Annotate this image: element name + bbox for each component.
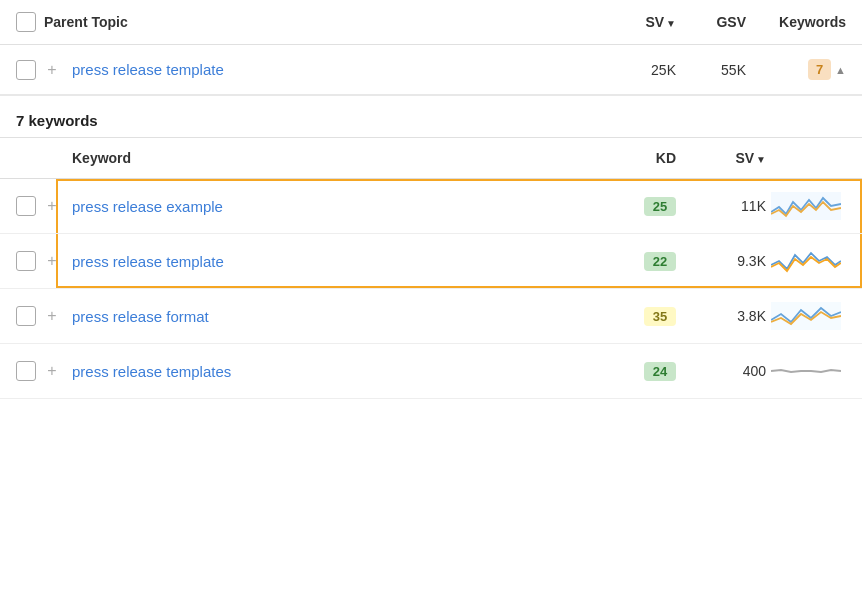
kw-link-container: press release template — [72, 253, 616, 270]
section-label: 7 keywords — [0, 96, 862, 138]
parent-row-checkbox[interactable] — [16, 60, 36, 80]
kw-kd-value: 22 — [616, 252, 676, 271]
parent-topic-row: + press release template 25K 55K 7 ▲ — [0, 45, 862, 96]
row-left-controls: + — [16, 60, 72, 80]
keywords-subheader: Keyword KD SV▼ — [0, 138, 862, 179]
parent-row-keywords-badge: 7 ▲ — [746, 59, 846, 80]
parent-topic-link[interactable]: press release template — [72, 61, 596, 78]
parent-row-gsv: 55K — [676, 62, 746, 78]
sv-sort-arrow[interactable]: ▼ — [666, 18, 676, 29]
keyword-row: + press release format 35 3.8K — [0, 289, 862, 344]
kw-trend-chart — [766, 357, 846, 385]
keyword-row: + press release example 25 11K — [0, 179, 862, 234]
kw-row-left: + — [16, 251, 72, 271]
kw-checkbox[interactable] — [16, 196, 36, 216]
kw-trend-chart — [766, 302, 846, 330]
kd-badge: 22 — [644, 252, 676, 271]
kd-badge: 35 — [644, 307, 676, 326]
kw-plus-icon[interactable]: + — [44, 362, 60, 380]
kw-sv-sort-arrow[interactable]: ▼ — [756, 154, 766, 165]
kw-sv-value: 9.3K — [676, 253, 766, 269]
kw-kd-value: 25 — [616, 197, 676, 216]
main-table: Parent Topic SV▼ GSV Keywords + press re… — [0, 0, 862, 399]
keyword-row: + press release templates 24 400 — [0, 344, 862, 399]
kw-sv-value: 400 — [676, 363, 766, 379]
select-all-checkbox[interactable] — [16, 12, 36, 32]
kw-sv-value: 3.8K — [676, 308, 766, 324]
svg-rect-1 — [771, 302, 841, 330]
kw-checkbox[interactable] — [16, 306, 36, 326]
table-header: Parent Topic SV▼ GSV Keywords — [0, 0, 862, 45]
keyword-link[interactable]: press release format — [72, 308, 209, 325]
kw-kd-value: 35 — [616, 307, 676, 326]
keyword-link[interactable]: press release example — [72, 198, 223, 215]
kw-link-container: press release format — [72, 308, 616, 325]
kw-sv-value: 11K — [676, 198, 766, 214]
kw-plus-icon[interactable]: + — [44, 197, 60, 215]
keyword-link[interactable]: press release templates — [72, 363, 231, 380]
kw-row-left: + — [16, 361, 72, 381]
keyword-rows-container: + press release example 25 11K + press r… — [0, 179, 862, 399]
parent-topic-header: Parent Topic — [44, 14, 596, 30]
kw-plus-icon[interactable]: + — [44, 307, 60, 325]
kw-kd-value: 24 — [616, 362, 676, 381]
kw-checkbox[interactable] — [16, 251, 36, 271]
kd-col-header: KD — [616, 150, 676, 166]
expand-icon[interactable]: ▲ — [835, 64, 846, 76]
keywords-count-badge[interactable]: 7 — [808, 59, 831, 80]
kw-link-container: press release example — [72, 198, 616, 215]
kw-link-container: press release templates — [72, 363, 616, 380]
kw-trend-chart — [766, 192, 846, 220]
kw-trend-chart — [766, 247, 846, 275]
keyword-link[interactable]: press release template — [72, 253, 224, 270]
gsv-header: GSV — [676, 14, 746, 30]
kd-badge: 25 — [644, 197, 676, 216]
parent-row-plus-icon[interactable]: + — [44, 61, 60, 79]
kw-plus-icon[interactable]: + — [44, 252, 60, 270]
sv-col-header: SV▼ — [676, 150, 766, 166]
svg-rect-0 — [771, 192, 841, 220]
kw-row-left: + — [16, 306, 72, 326]
kw-checkbox[interactable] — [16, 361, 36, 381]
parent-row-sv: 25K — [596, 62, 676, 78]
keyword-row: + press release template 22 9.3K — [0, 234, 862, 289]
keywords-header: Keywords — [746, 14, 846, 30]
kd-badge: 24 — [644, 362, 676, 381]
keyword-col-header: Keyword — [72, 150, 616, 166]
kw-row-left: + — [16, 196, 72, 216]
sv-header: SV▼ — [596, 14, 676, 30]
